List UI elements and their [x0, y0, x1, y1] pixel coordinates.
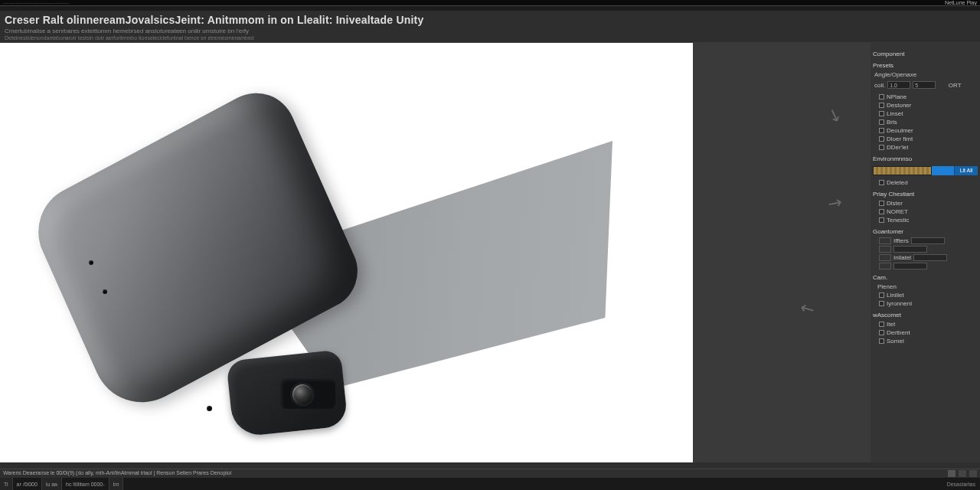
status-seg[interactable]: hc ltillitam 0000-: [62, 478, 109, 490]
checkbox[interactable]: [879, 180, 884, 185]
preview-panel: ↘ ↗ ↖: [693, 43, 871, 462]
checkbox[interactable]: [879, 119, 884, 125]
status-seg[interactable]: lu aa: [42, 478, 62, 490]
section-angle: Angle/Openaxe: [873, 71, 978, 78]
checkbox[interactable]: [879, 209, 884, 214]
flag-label: Dertbent: [887, 329, 910, 336]
flag-row: Linillet: [873, 292, 978, 299]
flag-label: Deleted: [887, 179, 908, 186]
page-title: Creser Ralt olinnereamJovalsicsJeint: An…: [5, 14, 975, 26]
checkbox[interactable]: [879, 128, 884, 133]
flag-label: Dlster: [887, 200, 903, 207]
status-icons: [946, 470, 977, 477]
flag-row: NORET: [873, 208, 978, 215]
flag-label: NORET: [887, 208, 908, 215]
viewport-3d[interactable]: [0, 43, 693, 462]
flag-label: DDer'lel: [887, 144, 908, 151]
section-presets[interactable]: Presets: [873, 62, 978, 69]
flag-label: Tenestic: [887, 217, 909, 224]
value-field[interactable]: [893, 246, 927, 253]
angle-input-a[interactable]: 1.0: [887, 81, 910, 89]
checkbox[interactable]: [879, 103, 884, 108]
angle-input-b[interactable]: 5: [913, 81, 936, 89]
color-swatch[interactable]: [879, 246, 891, 253]
titlebar-left: ········································…: [3, 1, 70, 5]
material-select[interactable]: Lit All: [873, 166, 978, 175]
main-area: ↘ ↗ ↖ Component Presets Angle/Openaxe co…: [0, 43, 980, 462]
flag-label: Itet: [887, 321, 895, 328]
flag-label: NPlane: [887, 93, 906, 100]
screw-icon: [103, 289, 107, 294]
checkbox[interactable]: [879, 338, 884, 344]
geo-label: Iffters: [893, 237, 909, 244]
inspector-panel: Component Presets Angle/Openaxe coll. 1.…: [871, 43, 980, 462]
checkbox[interactable]: [879, 94, 884, 100]
checkbox[interactable]: [879, 201, 884, 206]
checkbox[interactable]: [879, 292, 884, 298]
checkbox[interactable]: [879, 301, 884, 306]
flag-label: Linillet: [887, 292, 904, 299]
angle-fields: coll. 1.0 5 ORT: [873, 81, 978, 89]
section-primary: Priay Chestiant: [873, 191, 978, 198]
lens-icon: [292, 384, 312, 404]
value-field[interactable]: [913, 254, 947, 261]
checkbox[interactable]: [879, 322, 884, 327]
flag-row: Itet: [873, 321, 978, 328]
geo-row: Inllatel: [873, 254, 978, 261]
flag-row: Deleted: [873, 179, 978, 186]
arrow-icon: ↖: [796, 296, 818, 321]
checkbox[interactable]: [879, 145, 884, 150]
geo-label: Inllatel: [893, 254, 911, 261]
flag-row: Linset: [873, 110, 978, 117]
flag-label: Deoulmer: [887, 127, 913, 134]
flag-label: Iyronnenl: [887, 300, 912, 307]
material-tag[interactable]: Lit All: [955, 166, 978, 175]
flag-row: Destoner: [873, 102, 978, 109]
status-seg[interactable]: ar /0i000: [13, 478, 42, 490]
panel-icon[interactable]: [969, 470, 977, 477]
checkbox[interactable]: [879, 217, 884, 223]
mic-icon: [207, 406, 212, 411]
angle-mode-button[interactable]: ORT: [938, 82, 972, 89]
flag-row: Dloer fimt: [873, 136, 978, 142]
color-swatch[interactable]: [879, 254, 891, 261]
value-field[interactable]: [911, 237, 945, 244]
material-active-icon: [932, 166, 955, 175]
flag-label: Somel: [887, 338, 904, 345]
section-advanced: wAscomet: [873, 312, 978, 318]
cam-sub: Plenen: [873, 283, 978, 290]
header: Creser Ralt olinnereamJovalsicsJeint: An…: [0, 11, 980, 43]
section-environment: Environmnnso: [873, 155, 978, 162]
flag-label: Dloer fimt: [887, 136, 913, 142]
arrow-icon: ↗: [823, 191, 845, 215]
flag-label: Brls: [887, 119, 897, 126]
status-seg[interactable]: Ti: [0, 478, 13, 490]
flag-label: Linset: [887, 110, 903, 117]
color-swatch[interactable]: [879, 263, 891, 270]
value-field[interactable]: [893, 263, 927, 270]
checkbox[interactable]: [879, 111, 884, 116]
plus-icon[interactable]: [948, 470, 956, 477]
checkbox[interactable]: [879, 136, 884, 142]
geo-row: [873, 246, 978, 253]
flag-row: NPlane: [873, 93, 978, 100]
flag-row: Dlster: [873, 200, 978, 207]
status-text: Warens Deaeranse le 00/0i(9) (do ally, m…: [3, 470, 231, 477]
grid-icon[interactable]: [959, 470, 966, 477]
titlebar-right[interactable]: NetLune Play: [945, 0, 977, 6]
checkbox[interactable]: [879, 330, 884, 335]
status-seg[interactable]: bn: [109, 478, 124, 490]
titlebar: ········································…: [0, 0, 980, 6]
flag-row: Somel: [873, 338, 978, 345]
flag-row: Iyronnenl: [873, 300, 978, 307]
flag-row: Deoulmer: [873, 127, 978, 134]
status-right: Desastartas: [942, 482, 980, 487]
geo-row: Iffters: [873, 237, 978, 244]
page-description: Deteinestidenondantebonaroir testsin dot…: [5, 35, 975, 41]
status-line-2: Ti ar /0i000 lu aa hc ltillitam 0000- bn…: [0, 478, 980, 490]
status-line-1: Warens Deaeranse le 00/0i(9) (do ally, m…: [0, 469, 980, 478]
flag-row: Tenestic: [873, 217, 978, 224]
flag-row: DDer'lel: [873, 144, 978, 151]
arrow-icon: ↘: [825, 104, 844, 128]
color-swatch[interactable]: [879, 237, 891, 244]
